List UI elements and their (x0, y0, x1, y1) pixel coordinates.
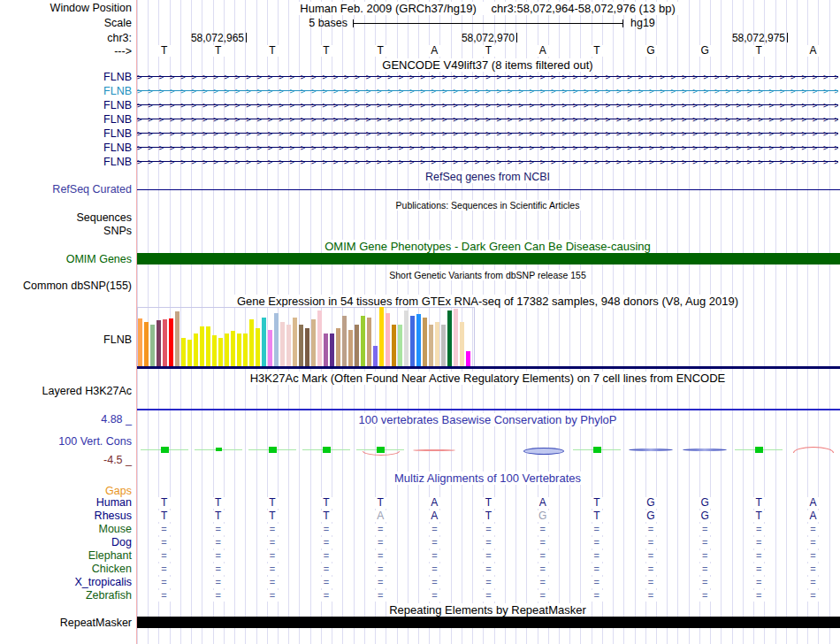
alignment-base: = (752, 550, 766, 562)
gtex-tissue-bar[interactable] (163, 319, 167, 366)
gene-label: FLNB (0, 85, 132, 97)
gtex-tissue-bar[interactable] (367, 318, 371, 366)
gtex-tissue-bar[interactable] (361, 316, 365, 366)
chrom-label: chr3: (0, 33, 132, 44)
alignment-base: = (590, 590, 604, 602)
gene-transcript-row[interactable]: >>>>>>>>>>>>>>>>>>>>>>>>>>>>>>>>>>>>>>>>… (137, 156, 838, 168)
coord-tick-label: 58,072,975 (679, 33, 785, 43)
gtex-tissue-bar[interactable] (225, 334, 229, 366)
gene-transcript-row[interactable]: >>>>>>>>>>>>>>>>>>>>>>>>>>>>>>>>>>>>>>>>… (137, 113, 838, 126)
gtex-tissue-bar[interactable] (237, 334, 241, 366)
phylop-signal-track[interactable] (137, 443, 840, 459)
alignment-base: = (590, 550, 604, 562)
gtex-tissue-bar[interactable] (249, 319, 254, 366)
refseq-curated-line[interactable] (137, 189, 840, 190)
gtex-tissue-bar[interactable] (299, 325, 303, 366)
gtex-tissue-bar[interactable] (262, 318, 266, 366)
alignment-base: = (265, 537, 279, 548)
gtex-tissue-bar[interactable] (454, 309, 458, 366)
gtex-tissue-bar[interactable] (231, 331, 235, 366)
phylop-track-label: 100 Vert. Cons (0, 436, 132, 448)
gtex-tissue-bar[interactable] (429, 325, 433, 366)
gene-transcript-row[interactable]: >>>>>>>>>>>>>>>>>>>>>>>>>>>>>>>>>>>>>>>>… (137, 142, 838, 154)
gtex-tissue-bar[interactable] (268, 330, 272, 366)
gene-transcript-row[interactable]: >>>>>>>>>>>>>>>>>>>>>>>>>>>>>>>>>>>>>>>>… (137, 85, 838, 97)
alignment-base: = (427, 577, 441, 588)
gtex-tissue-bar[interactable] (218, 338, 223, 366)
gtex-tissue-bar[interactable] (447, 310, 452, 366)
gtex-tissue-bar[interactable] (274, 313, 279, 366)
refseq-curated-label: RefSeq Curated (0, 184, 132, 196)
gtex-tissue-bar[interactable] (243, 334, 248, 366)
reference-base: T (264, 45, 280, 57)
gtex-tissue-bar[interactable] (157, 320, 161, 366)
alignment-base: T (265, 497, 279, 509)
gtex-tissue-bar[interactable] (379, 307, 384, 366)
alignment-base: = (482, 537, 496, 548)
alignment-base: = (265, 524, 279, 535)
gtex-tissue-bar[interactable] (286, 325, 291, 366)
alignment-base: = (644, 537, 658, 548)
reference-base: A (426, 45, 442, 57)
gtex-tissue-bar[interactable] (423, 318, 427, 366)
gtex-tissue-bar[interactable] (435, 322, 439, 366)
gtex-tissue-bar[interactable] (181, 338, 186, 366)
scale-bases-text: 5 bases (137, 18, 347, 29)
gtex-tissue-bar[interactable] (311, 319, 316, 366)
gtex-tissue-bar[interactable] (342, 316, 347, 366)
window-position-value: Human Feb. 2009 (GRCh37/hg19) chr3:58,07… (137, 3, 838, 14)
gtex-tissue-bar[interactable] (441, 325, 446, 366)
gtex-tissue-bar[interactable] (355, 325, 359, 366)
gtex-tissue-bar[interactable] (206, 326, 210, 366)
scale-assembly-text: hg19 (630, 18, 655, 29)
alignment-base: = (806, 550, 820, 562)
alignment-base: = (427, 537, 441, 548)
gtex-tissue-bar[interactable] (169, 318, 173, 366)
alignment-base: = (482, 524, 496, 535)
alignment-base: = (806, 577, 820, 588)
gtex-tissue-bar[interactable] (293, 318, 297, 366)
gtex-tissue-bar[interactable] (398, 325, 402, 366)
gtex-tissue-bar[interactable] (317, 310, 322, 366)
alignment-base: G (698, 510, 712, 522)
alignment-base: = (752, 524, 766, 535)
gtex-tissue-bar[interactable] (305, 328, 309, 366)
gene-transcript-row[interactable]: >>>>>>>>>>>>>>>>>>>>>>>>>>>>>>>>>>>>>>>>… (137, 127, 838, 140)
gtex-tissue-bar[interactable] (138, 318, 142, 366)
alignment-base: = (698, 590, 712, 602)
repeatmasker-bar[interactable] (137, 617, 840, 628)
gtex-tissue-bar[interactable] (392, 325, 396, 366)
alignment-base: = (806, 537, 820, 548)
gtex-bar-chart[interactable] (138, 307, 474, 366)
sequences-label: Sequences (0, 212, 132, 224)
alignment-base: T (265, 510, 279, 522)
gtex-tissue-bar[interactable] (256, 328, 260, 366)
gtex-tissue-bar[interactable] (348, 330, 353, 366)
gtex-tissue-bar[interactable] (460, 322, 464, 366)
gtex-tissue-bar[interactable] (144, 322, 149, 366)
gtex-tissue-bar[interactable] (336, 328, 340, 366)
gtex-tissue-bar[interactable] (194, 334, 198, 366)
gtex-tissue-bar[interactable] (324, 334, 328, 366)
gtex-tissue-bar[interactable] (175, 311, 179, 366)
gtex-tissue-bar[interactable] (280, 322, 285, 366)
gtex-tissue-bar[interactable] (187, 340, 192, 366)
h3k27ac-signal-line[interactable] (137, 409, 840, 410)
gtex-tissue-bar[interactable] (416, 314, 421, 366)
refseq-track-title: RefSeq genes from NCBI (137, 172, 838, 183)
gtex-tissue-bar[interactable] (373, 346, 378, 366)
gtex-tissue-bar[interactable] (466, 351, 470, 366)
omim-gene-bar[interactable] (137, 253, 840, 264)
gtex-tissue-bar[interactable] (386, 313, 390, 366)
gene-transcript-row[interactable]: >>>>>>>>>>>>>>>>>>>>>>>>>>>>>>>>>>>>>>>>… (137, 71, 838, 83)
gtex-tissue-bar[interactable] (212, 335, 217, 366)
alignment-base: = (698, 524, 712, 535)
gene-transcript-row[interactable]: >>>>>>>>>>>>>>>>>>>>>>>>>>>>>>>>>>>>>>>>… (137, 99, 838, 111)
alignment-base: T (373, 497, 387, 509)
alignment-base: T (482, 510, 496, 522)
gtex-tissue-bar[interactable] (200, 326, 204, 366)
gtex-tissue-bar[interactable] (150, 325, 155, 366)
gtex-tissue-bar[interactable] (410, 316, 415, 366)
gtex-tissue-bar[interactable] (404, 310, 409, 366)
gtex-tissue-bar[interactable] (330, 334, 334, 366)
